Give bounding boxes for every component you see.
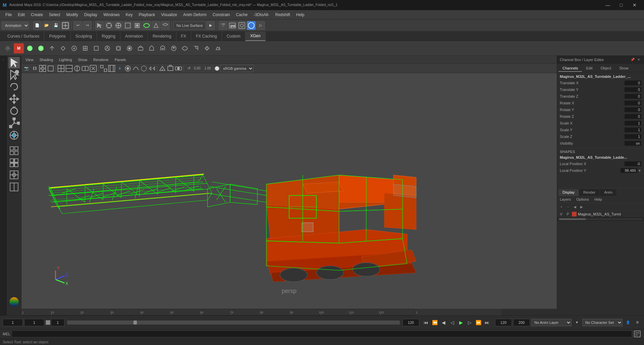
grid-btn[interactable]: [8, 145, 20, 156]
vt-btn-10[interactable]: [132, 65, 140, 72]
vt-btn-11[interactable]: [140, 65, 148, 72]
vt-btn-xray[interactable]: X: [116, 65, 123, 72]
vt-grid-2[interactable]: [108, 65, 115, 72]
tab-sculpting[interactable]: Sculpting: [71, 32, 97, 41]
extra-btn[interactable]: ▷: [256, 21, 265, 30]
tool-12[interactable]: [147, 43, 157, 53]
cb-value-translate-x[interactable]: 0: [625, 81, 641, 85]
new-scene-button[interactable]: 📄: [33, 21, 42, 30]
tool-btn-1[interactable]: [95, 21, 104, 30]
redo-button[interactable]: ↪: [83, 21, 92, 30]
minimize-button[interactable]: —: [601, 0, 614, 10]
vt-btn-1[interactable]: 📷: [23, 65, 30, 72]
character-set-dropdown[interactable]: No Character Set: [582, 319, 623, 326]
disp-tab-anim[interactable]: Anim: [600, 189, 616, 196]
cb-tab-edit[interactable]: Edit: [582, 65, 596, 72]
grid-btn-4[interactable]: [8, 181, 20, 193]
menu-file[interactable]: File: [3, 12, 14, 18]
menu-cache[interactable]: Cache: [233, 12, 250, 18]
srgb-selector[interactable]: sRGB gamma: [215, 65, 254, 72]
prev-key-btn[interactable]: ⏪: [431, 318, 439, 327]
layer-tab-layers[interactable]: Layers: [558, 197, 572, 202]
viewport-3d[interactable]: persp Z X Y: [21, 73, 557, 309]
vt-btn-wireframe[interactable]: [57, 65, 65, 72]
vt-grid[interactable]: [100, 65, 107, 72]
tool-btn-3[interactable]: [114, 21, 123, 30]
vp-menu-panels[interactable]: Panels: [112, 57, 129, 62]
tool-3[interactable]: [47, 43, 57, 53]
layer-arrow-left[interactable]: ◀: [572, 204, 578, 210]
cb-value-scale-x[interactable]: 1: [625, 121, 641, 126]
range-thumb[interactable]: [133, 321, 137, 325]
tool-7[interactable]: [91, 43, 101, 53]
menu-create[interactable]: Create: [28, 12, 46, 18]
tab-custom[interactable]: Custom: [222, 32, 246, 41]
layer-tab-help[interactable]: Help: [593, 197, 603, 202]
select-tool-btn[interactable]: [8, 57, 20, 68]
tab-animation[interactable]: Animation: [120, 32, 148, 41]
tool-btn-8[interactable]: [161, 21, 170, 30]
range-end-input[interactable]: [402, 319, 419, 326]
cb-row-translate-y[interactable]: Translate Y 0: [557, 86, 644, 93]
vt-btn-3[interactable]: [39, 65, 46, 72]
frame-start-input[interactable]: [3, 319, 23, 326]
save-as-button[interactable]: [61, 21, 70, 30]
gamma-dropdown[interactable]: sRGB gamma: [220, 65, 254, 72]
ipr-btn[interactable]: IPR: [228, 21, 237, 30]
vp-menu-renderer[interactable]: Renderer: [91, 57, 111, 62]
anim-layer-dropdown[interactable]: No Anim Layer: [531, 319, 572, 326]
tool-move-btn[interactable]: [36, 43, 46, 53]
cb-tab-object[interactable]: Object: [596, 65, 615, 72]
tool-17[interactable]: [202, 43, 212, 53]
anim-layer-arrow-btn[interactable]: ▼: [573, 318, 581, 327]
tab-curves-surfaces[interactable]: Curves / Surfaces: [3, 32, 44, 41]
vt-btn-2[interactable]: 🎞: [31, 65, 38, 72]
menu-help[interactable]: Help: [293, 12, 307, 18]
undo-button[interactable]: ↩: [73, 21, 82, 30]
disp-tab-render[interactable]: Render: [579, 189, 599, 196]
menu-edit[interactable]: Edit: [15, 12, 28, 18]
tool-10[interactable]: [124, 43, 135, 53]
cb-value-scale-z[interactable]: 1: [625, 134, 641, 139]
tool-11[interactable]: [136, 43, 146, 53]
close-button[interactable]: ✕: [628, 0, 641, 10]
menu-anim-deform[interactable]: Anim Deform: [180, 12, 209, 18]
cb-tab-channels[interactable]: Channels: [558, 65, 582, 72]
maya-logo-btn[interactable]: M: [14, 43, 24, 53]
tool-13[interactable]: [158, 43, 168, 53]
vt-btn-7[interactable]: [82, 65, 89, 72]
hypershade-btn[interactable]: [247, 21, 256, 30]
cb-tab-show[interactable]: Show: [615, 65, 633, 72]
play-btn[interactable]: ▶: [457, 318, 465, 327]
paint-select-btn[interactable]: [8, 69, 20, 81]
tab-xgen[interactable]: XGen: [246, 32, 266, 41]
playback-start-field[interactable]: [495, 319, 512, 326]
playback-end-field[interactable]: [513, 319, 530, 326]
cb-value-translate-y[interactable]: 0: [625, 87, 641, 92]
tool-select-btn[interactable]: [25, 43, 35, 53]
layer-add-btn[interactable]: +: [558, 204, 565, 210]
cb-row-rotate-x[interactable]: Rotate X 0: [557, 100, 644, 106]
tool-18[interactable]: [213, 43, 223, 53]
vt-btn-9[interactable]: [124, 65, 131, 72]
live-surface-btn[interactable]: ▶: [206, 21, 215, 30]
tool-4[interactable]: [58, 43, 68, 53]
cb-row-translate-x[interactable]: Translate X 0: [557, 80, 644, 86]
menu-modify[interactable]: Modify: [63, 12, 80, 18]
cb-shapes-object-name[interactable]: Magirus_M32L_AS_Turntable_Ladde...: [557, 154, 644, 160]
render-view-btn[interactable]: [237, 21, 246, 30]
vp-menu-show[interactable]: Show: [75, 57, 90, 62]
tab-rendering[interactable]: Rendering: [148, 32, 176, 41]
cb-value-visibility[interactable]: on: [625, 141, 641, 146]
cb-row-local-pos-x[interactable]: Local Position X -0: [557, 160, 644, 167]
cb-row-rotate-z[interactable]: Rotate Z 0: [557, 113, 644, 120]
gradient-btn[interactable]: [8, 296, 20, 307]
layer-scrollbar[interactable]: [557, 217, 644, 221]
tool-8[interactable]: [102, 43, 112, 53]
cb-value-rotate-z[interactable]: 0: [625, 114, 641, 119]
grid-btn-3[interactable]: [8, 169, 20, 181]
menu-constrain[interactable]: Constrain: [210, 12, 232, 18]
cb-value-local-pos-x[interactable]: -0: [625, 161, 641, 166]
save-scene-button[interactable]: 💾: [52, 21, 60, 30]
menu-display[interactable]: Display: [82, 12, 100, 18]
